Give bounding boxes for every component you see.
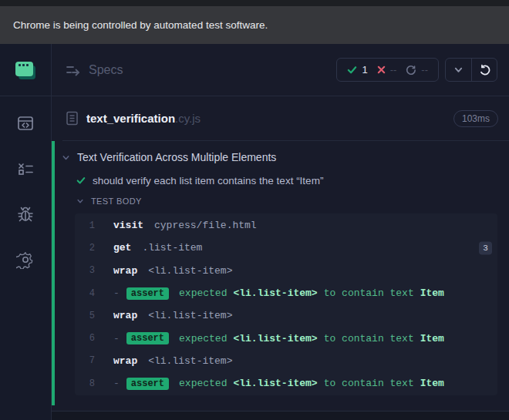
assert-badge: assert	[126, 287, 169, 300]
sidebar-nav	[15, 96, 35, 270]
assert-message-part: Item	[420, 378, 444, 389]
command-content: get.list-item	[113, 242, 202, 254]
chrome-automation-infobar: Chrome is being controlled by automated …	[0, 6, 509, 44]
sidebar-item-settings[interactable]	[15, 250, 35, 270]
spec-file-title: text_verification.cy.js	[66, 111, 453, 126]
assert-message-part: to contain text	[324, 287, 414, 299]
specs-panel-arrow-icon	[66, 63, 81, 77]
command-row[interactable]: 2 get.list-item 3	[75, 237, 497, 259]
command-row[interactable]: 3 wrap<li.list-item>	[75, 260, 497, 282]
footer-area	[52, 412, 509, 420]
command-line-number: 5	[75, 311, 95, 321]
assert-message-part: expected	[179, 378, 227, 389]
element-count-badge: 3	[479, 241, 492, 254]
command-content: -assertexpected<li.list-item>to contain …	[113, 378, 450, 390]
test-title: should verify each list item contains th…	[93, 175, 323, 186]
command-content: visitcypress/file.html	[113, 220, 257, 231]
spec-name: text_verification	[86, 112, 175, 125]
rerun-tests-button[interactable]	[471, 59, 497, 81]
assert-dash: -	[113, 333, 120, 344]
command-line-number: 3	[75, 265, 95, 276]
command-message: .list-item	[142, 242, 202, 254]
sidebar-item-specs[interactable]	[15, 113, 35, 133]
assert-badge: assert	[126, 332, 169, 344]
sidebar-item-debug[interactable]	[15, 204, 35, 224]
command-row[interactable]: 4 -assertexpected<li.list-item>to contai…	[75, 282, 497, 304]
cypress-logo-icon	[15, 60, 36, 80]
command-content: wrap<li.list-item>	[113, 265, 232, 277]
suite-title: Text Verification Across Multiple Elemen…	[77, 151, 276, 163]
command-message: <li.list-item>	[148, 265, 232, 277]
command-message: <li.list-item>	[148, 355, 232, 367]
command-content: wrap<li.list-item>	[113, 355, 232, 367]
runs-checklist-icon	[16, 160, 35, 178]
assert-message-part: <li.list-item>	[233, 287, 317, 299]
suite-block: Text Verification Across Multiple Elemen…	[52, 141, 509, 405]
command-name: wrap	[113, 265, 137, 277]
bottom-spacer	[52, 405, 509, 411]
command-name: get	[113, 242, 131, 254]
test-row[interactable]: should verify each list item contains th…	[55, 169, 509, 192]
test-body-toggle[interactable]: TEST BODY	[55, 192, 509, 210]
command-row[interactable]: 7 wrap<li.list-item>	[75, 350, 497, 372]
header-button-group	[445, 58, 497, 82]
reporter-header: Specs 1 -- --	[52, 44, 509, 96]
assert-message-part: to contain text	[324, 333, 414, 344]
command-row[interactable]: 8 -assertexpected<li.list-item>to contai…	[75, 372, 497, 395]
test-stats: 1 -- --	[336, 58, 439, 82]
header-controls: 1 -- --	[336, 58, 497, 82]
debug-bug-icon	[16, 205, 35, 223]
sidebar	[0, 44, 51, 420]
command-content: -assertexpected<li.list-item>to contain …	[113, 332, 450, 344]
assert-badge: assert	[126, 378, 169, 390]
assert-message-part: expected	[179, 333, 227, 344]
test-passed-check-icon	[76, 176, 86, 185]
assert-message-part: Item	[420, 287, 444, 299]
chevron-down-icon	[76, 197, 84, 205]
spec-extension: .cy.js	[175, 112, 201, 125]
specs-header-title: Specs	[89, 63, 123, 77]
pending-count: --	[421, 64, 428, 76]
stat-passed: 1	[347, 64, 367, 76]
assert-dash: -	[113, 287, 120, 299]
cypress-app: Specs 1 -- --	[0, 44, 509, 420]
chevron-down-icon	[453, 65, 463, 75]
command-content: -assertexpected<li.list-item>to contain …	[113, 287, 450, 300]
command-line-number: 6	[75, 333, 95, 344]
command-line-number: 7	[75, 355, 95, 366]
restart-circle-icon	[406, 65, 416, 76]
command-line-number: 4	[75, 288, 95, 299]
suite-header[interactable]: Text Verification Across Multiple Elemen…	[55, 146, 509, 169]
window-top-strip	[0, 0, 509, 6]
reporter-panel: Specs 1 -- --	[51, 44, 509, 420]
command-message: <li.list-item>	[148, 310, 232, 321]
command-line-number: 2	[75, 243, 95, 254]
refresh-icon	[479, 64, 490, 76]
spec-duration-badge: 103ms	[453, 110, 498, 127]
settings-gear-icon	[16, 250, 35, 269]
spec-file-row[interactable]: text_verification.cy.js 103ms	[52, 96, 509, 140]
command-name: visit	[113, 220, 143, 231]
assert-message-part: <li.list-item>	[233, 378, 317, 389]
command-message: cypress/file.html	[154, 220, 257, 231]
passed-count: 1	[362, 64, 367, 76]
collapse-specs-button[interactable]	[446, 59, 471, 81]
x-icon	[377, 66, 386, 74]
sidebar-item-runs[interactable]	[15, 159, 35, 179]
cypress-logo-button[interactable]	[0, 44, 51, 96]
assert-message-part: to contain text	[324, 378, 414, 389]
assert-message-part: <li.list-item>	[233, 333, 317, 344]
stat-failed: --	[377, 64, 397, 76]
check-icon	[347, 65, 357, 75]
command-row[interactable]: 5 wrap<li.list-item>	[75, 304, 497, 327]
chevron-down-icon	[62, 153, 70, 162]
document-icon	[66, 111, 79, 126]
assert-message-part: expected	[179, 287, 227, 299]
command-line-number: 1	[75, 220, 95, 231]
test-body-label: TEST BODY	[91, 197, 142, 206]
command-name: wrap	[113, 355, 137, 367]
specs-header-group[interactable]: Specs	[66, 63, 123, 77]
command-row[interactable]: 6 -assertexpected<li.list-item>to contai…	[75, 327, 497, 349]
command-row[interactable]: 1 visitcypress/file.html	[75, 214, 497, 237]
assert-message-part: Item	[420, 333, 444, 344]
